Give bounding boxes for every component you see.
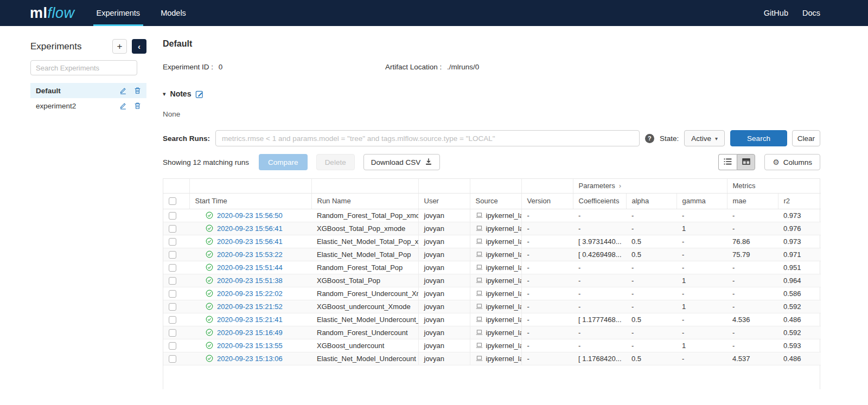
row-checkbox[interactable]	[169, 290, 176, 298]
table-row: 2020-09-23 15:21:41Elastic_Net_Model_Und…	[163, 313, 821, 326]
delete-trash-icon[interactable]	[134, 87, 141, 94]
group-header-parameters[interactable]: Parameters ›	[573, 179, 727, 193]
experiment-id-label: Experiment ID :	[163, 63, 213, 71]
alpha-cell: -	[626, 287, 676, 300]
run-link[interactable]: 2020-09-23 15:16:49	[217, 329, 283, 337]
group-spacer	[470, 179, 521, 193]
row-checkbox[interactable]	[169, 277, 176, 285]
row-checkbox[interactable]	[169, 264, 176, 272]
list-view-button[interactable]	[718, 154, 737, 170]
r2-cell: 0.593	[778, 339, 821, 352]
help-icon[interactable]: ?	[645, 134, 654, 143]
user-cell: jovyan	[418, 339, 470, 352]
group-header-metrics: Metrics	[727, 179, 821, 193]
alpha-cell: 0.5	[626, 248, 676, 261]
run-name-cell: Elastic_Net_Model_Total_Pop	[311, 248, 418, 261]
start-time-cell: 2020-09-23 15:21:52	[189, 300, 311, 313]
column-header-start-time[interactable]: Start Time	[189, 193, 311, 209]
alpha-cell: -	[626, 261, 676, 274]
run-name-cell: XGBoost_undercount	[311, 339, 418, 352]
edit-pencil-icon[interactable]	[119, 87, 127, 94]
docs-link[interactable]: Docs	[802, 9, 820, 17]
run-link[interactable]: 2020-09-23 15:56:50	[217, 211, 283, 220]
run-link[interactable]: 2020-09-23 15:51:38	[217, 277, 283, 285]
run-link[interactable]: 2020-09-23 15:56:41	[217, 224, 283, 233]
clear-button[interactable]: Clear	[792, 130, 820, 146]
grid-view-button[interactable]	[737, 154, 755, 170]
check-circle-icon	[206, 329, 213, 336]
collapse-sidebar-button[interactable]: ‹	[132, 39, 146, 54]
source-cell: ipykernel_laun	[470, 222, 521, 235]
gamma-cell: -	[676, 209, 727, 222]
github-link[interactable]: GitHub	[764, 9, 788, 17]
chevron-right-icon: ›	[619, 182, 621, 190]
experiment-actions	[119, 102, 141, 110]
column-header-version[interactable]: Version	[521, 193, 573, 209]
column-header-run-name[interactable]: Run Name	[311, 193, 418, 209]
run-link[interactable]: 2020-09-23 15:56:41	[217, 237, 283, 246]
tab-experiments[interactable]: Experiments	[97, 0, 141, 26]
coefficeients-cell: [ 1.1777468...	[573, 313, 626, 326]
sidebar-item-experiment2[interactable]: experiment2	[30, 98, 146, 113]
row-checkbox[interactable]	[169, 342, 176, 350]
source-cell: ipykernel_laun	[470, 261, 521, 274]
run-name-cell: Elastic_Net_Model_Total_Pop_xmode	[311, 235, 418, 248]
edit-notes-icon[interactable]	[195, 90, 203, 98]
edit-pencil-icon[interactable]	[119, 102, 127, 110]
runs-toolbar: Showing 12 matching runs Compare Delete …	[163, 154, 820, 170]
check-circle-icon	[206, 303, 213, 310]
column-header-user[interactable]: User	[418, 193, 470, 209]
group-spacer	[311, 179, 418, 193]
column-header-source[interactable]: Source	[470, 193, 521, 209]
row-checkbox[interactable]	[169, 355, 176, 363]
sidebar-item-default[interactable]: Default	[30, 83, 146, 98]
download-csv-button[interactable]: Download CSV	[363, 154, 441, 170]
column-header-alpha[interactable]: alpha	[626, 193, 676, 209]
run-link[interactable]: 2020-09-23 15:21:52	[217, 303, 283, 311]
check-circle-icon	[206, 355, 213, 362]
row-checkbox[interactable]	[169, 303, 176, 311]
search-button[interactable]: Search	[730, 130, 787, 146]
alpha-cell: -	[626, 326, 676, 339]
row-checkbox[interactable]	[169, 251, 176, 259]
tab-models[interactable]: Models	[161, 0, 186, 26]
run-link[interactable]: 2020-09-23 15:53:22	[217, 250, 283, 259]
row-checkbox[interactable]	[169, 212, 176, 220]
column-header-coefficeients[interactable]: Coefficeients	[573, 193, 626, 209]
run-link[interactable]: 2020-09-23 15:13:55	[217, 342, 283, 350]
source-name: ipykernel_laun	[486, 316, 522, 324]
delete-trash-icon[interactable]	[134, 102, 141, 110]
run-link[interactable]: 2020-09-23 15:22:02	[217, 290, 283, 298]
source-name: ipykernel_laun	[486, 211, 522, 220]
column-header-r2[interactable]: r2	[778, 193, 821, 209]
laptop-icon	[476, 212, 483, 218]
state-dropdown[interactable]: Active ▾	[684, 130, 725, 146]
run-link[interactable]: 2020-09-23 15:21:41	[217, 316, 283, 324]
column-header-mae[interactable]: mae	[727, 193, 778, 209]
caret-down-icon[interactable]: ▾	[163, 91, 166, 98]
user-cell: jovyan	[418, 313, 470, 326]
laptop-icon	[476, 329, 483, 336]
select-all-checkbox[interactable]	[169, 197, 176, 205]
search-experiments-input[interactable]	[30, 60, 137, 75]
column-header-gamma[interactable]: gamma	[676, 193, 727, 209]
add-experiment-button[interactable]: +	[112, 39, 127, 54]
run-name-cell: Random_Forest_Undercount_Xmode	[311, 287, 418, 300]
row-checkbox[interactable]	[169, 329, 176, 337]
version-cell: -	[521, 326, 573, 339]
run-link[interactable]: 2020-09-23 15:51:44	[217, 263, 283, 272]
search-runs-input[interactable]	[215, 130, 640, 146]
mlflow-logo[interactable]: mlflow	[30, 0, 75, 26]
r2-cell: 0.971	[778, 248, 821, 261]
source-cell: ipykernel_laun	[470, 300, 521, 313]
run-link[interactable]: 2020-09-23 15:13:06	[217, 355, 283, 363]
r2-cell: 0.951	[778, 261, 821, 274]
row-checkbox[interactable]	[169, 225, 176, 233]
row-checkbox[interactable]	[169, 316, 176, 324]
columns-button[interactable]: ⚙ Columns	[764, 154, 820, 170]
source-name: ipykernel_laun	[486, 303, 522, 311]
delete-button[interactable]: Delete	[316, 154, 355, 170]
gamma-cell: 1	[676, 300, 727, 313]
compare-button[interactable]: Compare	[259, 154, 308, 170]
row-checkbox[interactable]	[169, 238, 176, 246]
